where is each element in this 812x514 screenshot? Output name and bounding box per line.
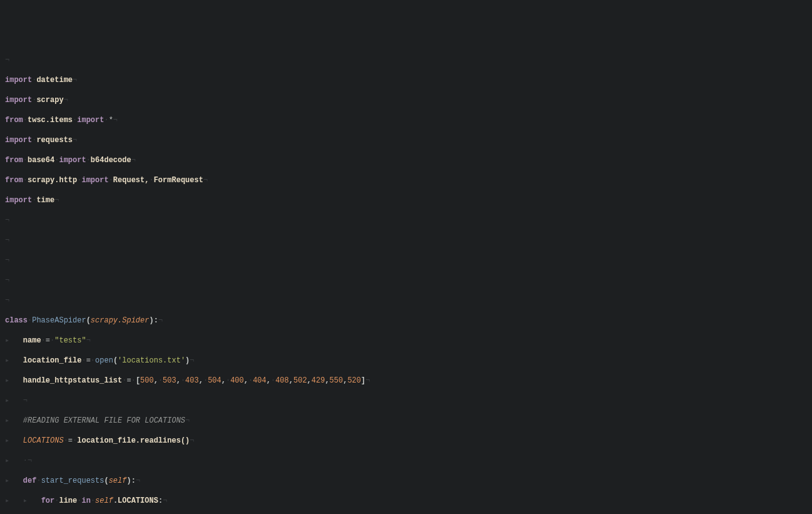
code-line: ¬: [5, 296, 807, 306]
code-line: ▸ ·¬: [5, 456, 807, 466]
open-arg: 'locations.txt': [118, 356, 185, 365]
class-name: PhaseASpider: [32, 316, 86, 325]
code-line: from·scrapy.http·import·Request,·FormReq…: [5, 175, 807, 185]
code-line: ▸ def·start_requests(self):¬: [5, 476, 807, 486]
code-line: ▸ location_file·=·open('locations.txt')¬: [5, 356, 807, 366]
code-line: import·requests¬: [5, 135, 807, 145]
code-line: ▸ handle_httpstatus_list·=·[500,·503,·40…: [5, 376, 807, 386]
code-line: from·twsc.items·import·*¬: [5, 115, 807, 125]
code-line: ¬: [5, 235, 807, 245]
code-line: ¬: [5, 255, 807, 265]
code-line: class·PhaseASpider(scrapy.Spider):¬: [5, 316, 807, 326]
name-value: "tests": [54, 336, 86, 345]
code-line: from·base64·import·b64decode¬: [5, 155, 807, 165]
code-line: ¬: [5, 215, 807, 225]
class-base: scrapy.Spider: [91, 316, 150, 325]
code-line: ▸ ¬: [5, 396, 807, 406]
code-line: ▸ LOCATIONS·=·location_file.readlines()¬: [5, 436, 807, 446]
newline-marker: ¬: [5, 56, 9, 64]
code-line: ¬: [5, 55, 807, 65]
code-line: ▸ name·=·"tests"¬: [5, 336, 807, 346]
code-line: ¬: [5, 275, 807, 285]
code-line: import·scrapy¬: [5, 95, 807, 105]
code-line: ▸ #READING EXTERNAL FILE FOR LOCATIONS¬: [5, 416, 807, 426]
code-line: import·time¬: [5, 195, 807, 205]
code-editor[interactable]: ¬ import·datetime¬ import·scrapy¬ from·t…: [5, 45, 807, 514]
comment-reading: #READING EXTERNAL FILE FOR LOCATIONS: [23, 416, 185, 425]
code-line: ▸ ▸ for·line·in·self.LOCATIONS:¬: [5, 496, 807, 506]
code-line: import·datetime¬: [5, 75, 807, 85]
